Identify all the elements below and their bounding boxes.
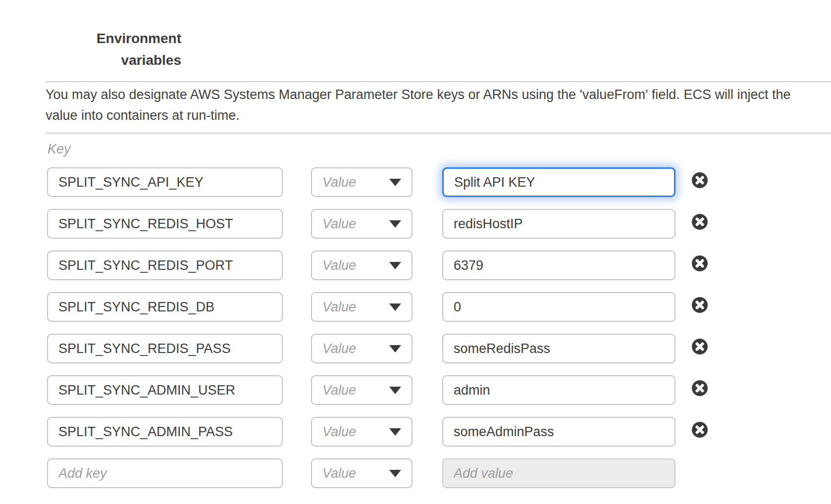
env-value-input[interactable] — [442, 375, 675, 405]
value-type-select[interactable]: Value — [311, 292, 413, 322]
chevron-down-icon — [389, 262, 401, 269]
divider-middle — [46, 133, 831, 134]
env-value-input[interactable] — [442, 251, 675, 280]
env-var-row: Value — [0, 375, 831, 405]
add-env-var-row: Value — [0, 458, 831, 488]
value-type-label: Value — [322, 424, 356, 440]
value-type-label: Value — [322, 216, 356, 232]
env-key-input[interactable] — [47, 375, 283, 405]
env-value-input[interactable] — [442, 334, 675, 363]
env-key-input[interactable] — [47, 334, 283, 363]
environment-variables-form: Environment variables You may also desig… — [0, 0, 831, 504]
key-column-label: Key — [48, 142, 71, 157]
env-var-row: Value — [0, 209, 831, 239]
add-value-input — [442, 458, 675, 488]
x-circle-icon — [691, 172, 708, 189]
env-var-row: Value — [0, 292, 831, 322]
value-type-select[interactable]: Value — [311, 167, 413, 197]
remove-row-button[interactable] — [691, 338, 708, 355]
divider-top — [46, 81, 831, 82]
env-var-row: Value — [0, 417, 831, 447]
env-value-input[interactable] — [442, 292, 675, 322]
remove-row-button[interactable] — [691, 172, 708, 189]
chevron-down-icon — [389, 179, 401, 186]
remove-row-button[interactable] — [691, 213, 708, 230]
env-key-input[interactable] — [47, 209, 283, 239]
x-circle-icon — [691, 255, 708, 272]
chevron-down-icon — [389, 428, 401, 436]
env-key-input[interactable] — [47, 417, 283, 447]
remove-row-button[interactable] — [691, 297, 708, 313]
chevron-down-icon — [389, 345, 401, 353]
x-circle-icon — [691, 297, 708, 313]
value-type-select[interactable]: Value — [311, 375, 413, 405]
value-type-label: Value — [322, 300, 356, 315]
x-circle-icon — [691, 421, 708, 438]
env-key-input[interactable] — [47, 167, 283, 197]
env-key-input[interactable] — [47, 251, 283, 280]
env-key-input[interactable] — [47, 292, 283, 322]
add-key-input[interactable] — [47, 458, 283, 488]
value-type-label: Value — [322, 341, 356, 356]
env-var-row: Value — [0, 251, 831, 280]
section-label-line2: variables — [0, 50, 181, 71]
x-circle-icon — [691, 213, 708, 230]
value-type-select[interactable]: Value — [311, 458, 413, 488]
remove-row-button[interactable] — [691, 421, 708, 438]
value-type-label: Value — [322, 383, 356, 398]
value-type-label: Value — [322, 258, 356, 273]
value-type-label: Value — [322, 466, 356, 481]
chevron-down-icon — [389, 303, 401, 311]
x-circle-icon — [691, 380, 708, 397]
value-type-select[interactable]: Value — [311, 251, 413, 280]
value-type-select[interactable]: Value — [311, 334, 413, 363]
chevron-down-icon — [389, 470, 401, 477]
value-type-select[interactable]: Value — [311, 209, 413, 239]
env-var-row: Value — [0, 334, 831, 363]
chevron-down-icon — [389, 220, 401, 228]
description-text: You may also designate AWS Systems Manag… — [46, 84, 806, 126]
x-circle-icon — [691, 338, 708, 355]
env-value-input[interactable] — [442, 209, 675, 239]
remove-row-button[interactable] — [691, 255, 708, 272]
env-value-input[interactable] — [442, 417, 675, 447]
env-value-input[interactable] — [442, 167, 675, 197]
env-var-row: Value — [0, 167, 831, 197]
value-type-select[interactable]: Value — [311, 417, 413, 447]
section-label-line1: Environment — [0, 28, 181, 50]
remove-row-button[interactable] — [691, 380, 708, 397]
chevron-down-icon — [389, 387, 401, 394]
value-type-label: Value — [322, 175, 356, 190]
section-label: Environment variables — [0, 28, 181, 71]
